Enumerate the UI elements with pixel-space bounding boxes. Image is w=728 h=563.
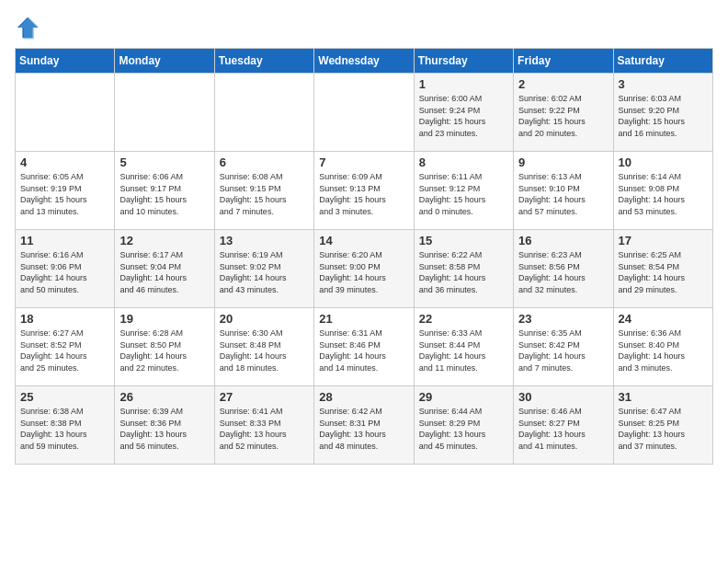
day-info: Sunrise: 6:23 AM Sunset: 8:56 PM Dayligh…: [518, 249, 608, 295]
day-info: Sunrise: 6:33 AM Sunset: 8:44 PM Dayligh…: [419, 327, 508, 373]
day-number: 8: [419, 155, 508, 169]
day-number: 13: [220, 234, 309, 247]
day-info: Sunrise: 6:08 AM Sunset: 9:15 PM Dayligh…: [220, 171, 309, 217]
day-info: Sunrise: 6:16 AM Sunset: 9:06 PM Dayligh…: [20, 249, 109, 295]
day-number: 3: [619, 77, 708, 91]
calendar-cell: 16Sunrise: 6:23 AM Sunset: 8:56 PM Dayli…: [514, 230, 613, 308]
day-info: Sunrise: 6:31 AM Sunset: 8:46 PM Dayligh…: [319, 327, 408, 373]
calendar-cell: 21Sunrise: 6:31 AM Sunset: 8:46 PM Dayli…: [314, 308, 414, 386]
calendar-cell: [115, 74, 214, 152]
day-number: 14: [319, 234, 408, 247]
day-info: Sunrise: 6:39 AM Sunset: 8:36 PM Dayligh…: [119, 406, 209, 452]
day-number: 25: [20, 390, 109, 404]
calendar-cell: [214, 74, 313, 152]
day-number: 22: [419, 312, 508, 326]
calendar-cell: 3Sunrise: 6:03 AM Sunset: 9:20 PM Daylig…: [613, 74, 712, 152]
calendar-week-3: 11Sunrise: 6:16 AM Sunset: 9:06 PM Dayli…: [16, 230, 713, 308]
calendar-cell: 27Sunrise: 6:41 AM Sunset: 8:33 PM Dayli…: [214, 386, 313, 465]
calendar-header-row: SundayMondayTuesdayWednesdayThursdayFrid…: [16, 49, 713, 74]
calendar-cell: 13Sunrise: 6:19 AM Sunset: 9:02 PM Dayli…: [214, 230, 313, 308]
column-header-sunday: Sunday: [16, 49, 115, 74]
day-number: 10: [619, 155, 708, 169]
day-info: Sunrise: 6:11 AM Sunset: 9:12 PM Dayligh…: [419, 171, 508, 217]
day-info: Sunrise: 6:36 AM Sunset: 8:40 PM Dayligh…: [619, 327, 708, 373]
calendar-cell: 25Sunrise: 6:38 AM Sunset: 8:38 PM Dayli…: [16, 386, 115, 465]
day-info: Sunrise: 6:38 AM Sunset: 8:38 PM Dayligh…: [20, 406, 109, 452]
day-number: 7: [319, 155, 408, 169]
calendar-cell: 4Sunrise: 6:05 AM Sunset: 9:19 PM Daylig…: [16, 152, 115, 230]
day-number: 19: [119, 312, 209, 326]
day-info: Sunrise: 6:09 AM Sunset: 9:13 PM Dayligh…: [319, 171, 408, 217]
day-number: 29: [419, 390, 508, 404]
calendar-cell: 14Sunrise: 6:20 AM Sunset: 9:00 PM Dayli…: [314, 230, 414, 308]
calendar-cell: 11Sunrise: 6:16 AM Sunset: 9:06 PM Dayli…: [16, 230, 115, 308]
day-number: 31: [619, 390, 708, 404]
calendar-cell: 15Sunrise: 6:22 AM Sunset: 8:58 PM Dayli…: [414, 230, 513, 308]
day-info: Sunrise: 6:35 AM Sunset: 8:42 PM Dayligh…: [518, 327, 608, 373]
calendar-week-5: 25Sunrise: 6:38 AM Sunset: 8:38 PM Dayli…: [16, 386, 713, 465]
calendar-cell: 5Sunrise: 6:06 AM Sunset: 9:17 PM Daylig…: [115, 152, 214, 230]
day-info: Sunrise: 6:30 AM Sunset: 8:48 PM Dayligh…: [220, 327, 309, 373]
day-number: 15: [419, 234, 508, 247]
day-info: Sunrise: 6:20 AM Sunset: 9:00 PM Dayligh…: [319, 249, 408, 295]
column-header-wednesday: Wednesday: [314, 49, 414, 74]
day-number: 26: [119, 390, 209, 404]
calendar-cell: 17Sunrise: 6:25 AM Sunset: 8:54 PM Dayli…: [613, 230, 712, 308]
calendar-cell: 1Sunrise: 6:00 AM Sunset: 9:24 PM Daylig…: [414, 74, 513, 152]
column-header-tuesday: Tuesday: [214, 49, 313, 74]
calendar-cell: 24Sunrise: 6:36 AM Sunset: 8:40 PM Dayli…: [613, 308, 712, 386]
calendar-cell: [314, 74, 414, 152]
day-number: 21: [319, 312, 408, 326]
day-info: Sunrise: 6:44 AM Sunset: 8:29 PM Dayligh…: [419, 406, 508, 452]
calendar-table: SundayMondayTuesdayWednesdayThursdayFrid…: [15, 48, 713, 465]
day-number: 4: [20, 155, 109, 169]
column-header-thursday: Thursday: [414, 49, 513, 74]
calendar-cell: 18Sunrise: 6:27 AM Sunset: 8:52 PM Dayli…: [16, 308, 115, 386]
day-number: 20: [220, 312, 309, 326]
day-number: 11: [20, 234, 109, 247]
day-info: Sunrise: 6:13 AM Sunset: 9:10 PM Dayligh…: [518, 171, 608, 217]
calendar-cell: 8Sunrise: 6:11 AM Sunset: 9:12 PM Daylig…: [414, 152, 513, 230]
day-info: Sunrise: 6:02 AM Sunset: 9:22 PM Dayligh…: [518, 93, 608, 139]
calendar-cell: 10Sunrise: 6:14 AM Sunset: 9:08 PM Dayli…: [613, 152, 712, 230]
day-info: Sunrise: 6:17 AM Sunset: 9:04 PM Dayligh…: [119, 249, 209, 295]
calendar-cell: [16, 74, 115, 152]
calendar-cell: 7Sunrise: 6:09 AM Sunset: 9:13 PM Daylig…: [314, 152, 414, 230]
day-info: Sunrise: 6:03 AM Sunset: 9:20 PM Dayligh…: [619, 93, 708, 139]
day-number: 1: [419, 77, 508, 91]
day-info: Sunrise: 6:00 AM Sunset: 9:24 PM Dayligh…: [419, 93, 508, 139]
calendar-cell: 2Sunrise: 6:02 AM Sunset: 9:22 PM Daylig…: [514, 74, 613, 152]
calendar-week-4: 18Sunrise: 6:27 AM Sunset: 8:52 PM Dayli…: [16, 308, 713, 386]
calendar-cell: 29Sunrise: 6:44 AM Sunset: 8:29 PM Dayli…: [414, 386, 513, 465]
day-info: Sunrise: 6:05 AM Sunset: 9:19 PM Dayligh…: [20, 171, 109, 217]
logo: [15, 15, 44, 40]
day-number: 6: [220, 155, 309, 169]
day-number: 30: [518, 390, 608, 404]
day-number: 23: [518, 312, 608, 326]
day-info: Sunrise: 6:25 AM Sunset: 8:54 PM Dayligh…: [619, 249, 708, 295]
day-number: 18: [20, 312, 109, 326]
day-number: 24: [619, 312, 708, 326]
logo-icon: [15, 15, 40, 40]
calendar-cell: 30Sunrise: 6:46 AM Sunset: 8:27 PM Dayli…: [514, 386, 613, 465]
day-info: Sunrise: 6:28 AM Sunset: 8:50 PM Dayligh…: [119, 327, 209, 373]
day-info: Sunrise: 6:46 AM Sunset: 8:27 PM Dayligh…: [518, 406, 608, 452]
day-info: Sunrise: 6:14 AM Sunset: 9:08 PM Dayligh…: [619, 171, 708, 217]
day-info: Sunrise: 6:19 AM Sunset: 9:02 PM Dayligh…: [220, 249, 309, 295]
day-info: Sunrise: 6:42 AM Sunset: 8:31 PM Dayligh…: [319, 406, 408, 452]
day-info: Sunrise: 6:27 AM Sunset: 8:52 PM Dayligh…: [20, 327, 109, 373]
calendar-week-1: 1Sunrise: 6:00 AM Sunset: 9:24 PM Daylig…: [16, 74, 713, 152]
day-info: Sunrise: 6:41 AM Sunset: 8:33 PM Dayligh…: [220, 406, 309, 452]
column-header-friday: Friday: [514, 49, 613, 74]
day-number: 2: [518, 77, 608, 91]
calendar-cell: 28Sunrise: 6:42 AM Sunset: 8:31 PM Dayli…: [314, 386, 414, 465]
calendar-cell: 20Sunrise: 6:30 AM Sunset: 8:48 PM Dayli…: [214, 308, 313, 386]
day-info: Sunrise: 6:06 AM Sunset: 9:17 PM Dayligh…: [119, 171, 209, 217]
calendar-cell: 12Sunrise: 6:17 AM Sunset: 9:04 PM Dayli…: [115, 230, 214, 308]
calendar-cell: 19Sunrise: 6:28 AM Sunset: 8:50 PM Dayli…: [115, 308, 214, 386]
day-number: 27: [220, 390, 309, 404]
day-number: 9: [518, 155, 608, 169]
day-number: 12: [119, 234, 209, 247]
day-info: Sunrise: 6:22 AM Sunset: 8:58 PM Dayligh…: [419, 249, 508, 295]
calendar-cell: 23Sunrise: 6:35 AM Sunset: 8:42 PM Dayli…: [514, 308, 613, 386]
